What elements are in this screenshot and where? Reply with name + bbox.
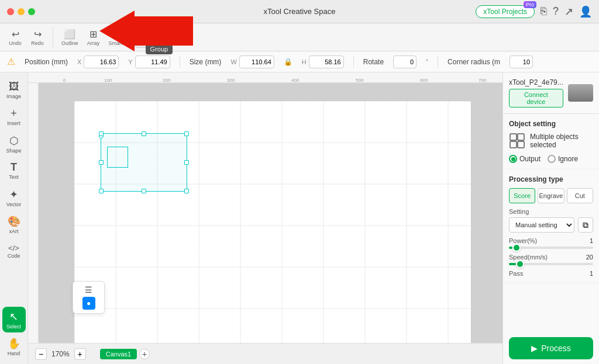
y-position-group: Y <box>128 56 170 68</box>
group-icon: ▣ <box>141 29 150 40</box>
add-canvas-tab-button[interactable]: + <box>139 349 150 359</box>
code-icon: </> <box>8 244 19 252</box>
sidebar-item-hand[interactable]: ✋ Hand <box>2 334 26 359</box>
share-icon[interactable]: ↗ <box>564 5 573 18</box>
image-icon: 🖼 <box>9 81 19 93</box>
handle-bottom-left[interactable] <box>99 189 104 193</box>
array-button[interactable]: ⊞ Array <box>83 27 104 48</box>
redo-icon: ↪ <box>34 29 42 40</box>
window-controls <box>7 8 35 15</box>
tab-bar: Canvas1 + <box>100 349 150 359</box>
help-icon[interactable]: ? <box>553 5 559 18</box>
corner-radius-input[interactable] <box>510 56 533 68</box>
handle-top-middle[interactable] <box>142 131 146 136</box>
h-input[interactable] <box>309 56 344 68</box>
connect-device-button[interactable]: Connect device <box>509 89 563 108</box>
toolbar-history-group: ↩ Undo ↪ Redo <box>5 27 53 48</box>
corner-label: Corner radius (m <box>447 58 500 66</box>
object-setting-section: Object setting Multiple objects selected <box>503 114 599 169</box>
handle-bottom-right[interactable] <box>184 189 189 193</box>
setting-select[interactable]: Manual setting <box>509 217 574 233</box>
handle-top-left[interactable] <box>99 131 104 136</box>
canvas-white[interactable] <box>74 100 471 343</box>
sidebar-item-text[interactable]: T Text <box>2 158 26 183</box>
xtool-projects-button[interactable]: xTool Projects Pro <box>476 5 535 18</box>
sidebar-item-shape[interactable]: ⬡ Shape <box>2 131 26 157</box>
lock-icon[interactable]: 🔒 <box>284 58 292 66</box>
process-button[interactable]: ▶ Process <box>509 337 593 359</box>
zoom-out-button[interactable]: − <box>35 348 47 360</box>
processing-type-section: Processing type Score Engrave Cut Settin… <box>503 169 599 283</box>
handle-middle-left[interactable] <box>99 160 104 165</box>
setting-copy-button[interactable]: ⧉ <box>578 217 593 233</box>
copy-icon[interactable]: ⎘ <box>541 5 547 18</box>
selection-box[interactable] <box>101 133 187 192</box>
sidebar-item-select[interactable]: ↖ Select <box>2 307 26 332</box>
pos-divider <box>180 56 180 68</box>
device-image <box>568 84 593 102</box>
canvas-area: 0 100 200 300 400 500 600 700 <box>28 72 502 364</box>
toolbar: ↩ Undo ↪ Redo ⬜ Outline ⊞ Array ◈ Smart … <box>0 23 599 51</box>
title-bar-right: xTool Projects Pro ⎘ ? ↗ 👤 <box>476 5 592 18</box>
avatar-icon[interactable]: 👤 <box>579 5 592 18</box>
handle-top-right[interactable] <box>184 131 189 136</box>
canvas-workspace[interactable]: ☰ ● <box>39 83 502 343</box>
canvas-body[interactable]: ☰ ● <box>28 83 502 343</box>
y-input[interactable] <box>135 56 170 68</box>
speed-slider-fill <box>509 263 516 265</box>
output-radio[interactable]: Output <box>509 155 541 163</box>
speed-slider-track[interactable] <box>509 263 593 265</box>
object-setting-title: Object setting <box>509 120 593 128</box>
sidebar-item-image[interactable]: 🖼 Image <box>2 77 26 103</box>
x-input[interactable] <box>84 56 119 68</box>
sidebar-item-xart[interactable]: 🎨 xArt <box>2 212 26 237</box>
ruler-horizontal: 0 100 200 300 400 500 600 700 <box>28 72 502 83</box>
maximize-dot[interactable] <box>28 8 35 15</box>
outline-button[interactable]: ⬜ Outline <box>58 27 82 48</box>
pass-label: Pass <box>509 270 523 277</box>
left-sidebar: 🖼 Image + Insert ⬡ Shape T Text ✦ Vector… <box>0 72 28 364</box>
right-panel: xTool_P2_4e79... Connect device Object s… <box>502 72 599 364</box>
device-name: xTool_P2_4e79... <box>509 78 563 86</box>
rotate-input[interactable] <box>393 56 416 68</box>
ignore-radio[interactable]: Ignore <box>548 155 578 163</box>
output-label: Output <box>519 155 541 163</box>
undo-button[interactable]: ↩ Undo <box>5 27 26 48</box>
layers-align-icon[interactable]: ☰ <box>85 285 92 294</box>
processing-type-buttons: Score Engrave Cut <box>509 188 593 203</box>
handle-middle-right[interactable] <box>184 160 189 165</box>
canvas-tab[interactable]: Canvas1 <box>100 349 137 359</box>
close-dot[interactable] <box>7 8 14 15</box>
proc-cut-button[interactable]: Cut <box>567 188 593 203</box>
text-icon: T <box>11 161 17 174</box>
proc-score-button[interactable]: Score <box>509 188 535 203</box>
speed-slider-thumb[interactable] <box>516 260 524 268</box>
redo-button[interactable]: ↪ Redo <box>27 27 48 48</box>
svg-rect-3 <box>510 141 517 148</box>
inner-rect <box>107 147 128 168</box>
process-label: Process <box>541 344 571 353</box>
sidebar-item-vector[interactable]: ✦ Vector <box>2 185 26 210</box>
zoom-level: 170% <box>51 350 70 358</box>
handle-bottom-middle[interactable] <box>142 189 146 193</box>
layer-dot[interactable]: ● <box>82 297 95 310</box>
ruler-vertical <box>28 83 39 343</box>
power-slider-thumb[interactable] <box>512 244 521 252</box>
app-title: xTool Creative Space <box>264 7 336 16</box>
rotate-label: Rotate <box>363 58 384 66</box>
divider2 <box>353 56 354 68</box>
sidebar-item-insert[interactable]: + Insert <box>2 104 26 130</box>
w-input[interactable] <box>239 56 274 68</box>
height-group: H <box>302 56 344 68</box>
speed-label-row: Speed(mm/s) 20 <box>509 254 593 261</box>
output-radio-circle <box>509 155 517 163</box>
power-slider-track[interactable] <box>509 247 593 249</box>
reflect-icon: ⇔ <box>174 29 182 40</box>
proc-engrave-button[interactable]: Engrave <box>538 188 564 203</box>
layer-dot-icon: ● <box>87 299 91 307</box>
zoom-in-button[interactable]: + <box>74 348 86 360</box>
minimize-dot[interactable] <box>18 8 25 15</box>
layers-panel: ☰ ● <box>73 281 105 314</box>
smart-fill-button[interactable]: ◈ Smart fill <box>105 27 133 48</box>
sidebar-item-code[interactable]: </> Code <box>2 238 26 264</box>
